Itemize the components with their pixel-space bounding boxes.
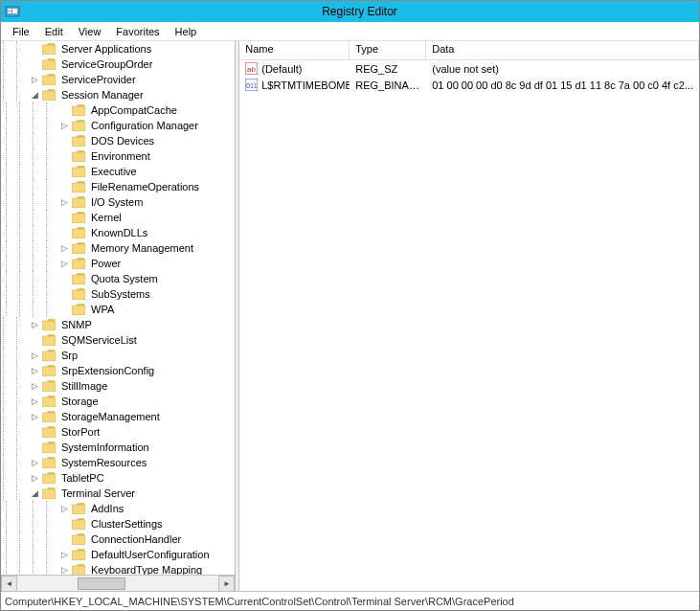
tree-item[interactable]: WPA — [1, 302, 235, 317]
folder-icon — [72, 181, 85, 192]
tree-item[interactable]: ◢Terminal Server — [1, 486, 235, 501]
svg-rect-22 — [42, 321, 56, 330]
expand-icon[interactable]: ▷ — [30, 381, 40, 392]
col-header-type[interactable]: Type — [350, 41, 426, 59]
tree-item[interactable]: ▷Power — [1, 256, 235, 271]
tree-label: AddIns — [89, 503, 125, 514]
tree-item[interactable]: ▷StorageManagement — [1, 409, 235, 424]
tree-label: FileRenameOperations — [89, 181, 201, 192]
svg-rect-13 — [72, 183, 85, 192]
tree-item[interactable]: ServiceGroupOrder — [1, 57, 235, 72]
folder-icon — [42, 441, 56, 453]
tree-item[interactable]: ▷SNMP — [1, 317, 235, 332]
tree-item[interactable]: Environment — [1, 148, 235, 164]
expand-icon[interactable]: ▷ — [59, 504, 70, 514]
expand-icon[interactable]: ▷ — [59, 121, 70, 131]
expand-icon[interactable]: ▷ — [59, 197, 70, 208]
col-header-data[interactable]: Data — [426, 41, 699, 59]
list-row[interactable]: ab(Default)REG_SZ(value not set) — [239, 60, 699, 77]
folder-icon — [72, 196, 85, 208]
folder-icon — [72, 288, 85, 300]
svg-rect-38 — [72, 566, 85, 575]
folder-icon — [42, 396, 56, 407]
scroll-right-arrow[interactable]: ► — [218, 576, 235, 591]
menu-help[interactable]: Help — [168, 24, 205, 39]
expand-icon[interactable]: ▷ — [30, 396, 40, 407]
tree-item[interactable]: Server Applications — [1, 41, 235, 57]
tree-scroll[interactable]: Server ApplicationsServiceGroupOrder▷Ser… — [1, 41, 235, 575]
expand-icon[interactable]: ▷ — [30, 75, 40, 85]
folder-icon — [42, 411, 56, 422]
folder-icon — [72, 273, 85, 284]
tree-item[interactable]: StorPort — [1, 424, 235, 440]
tree-item[interactable]: FileRenameOperations — [1, 179, 235, 194]
window-title: Registry Editor — [24, 5, 695, 18]
expand-icon[interactable]: ▷ — [59, 565, 70, 576]
tree-item[interactable]: ▷Storage — [1, 394, 235, 409]
tree-label: KnownDLLs — [89, 227, 149, 238]
tree-item[interactable]: ▷DefaultUserConfiguration — [1, 547, 235, 562]
svg-rect-24 — [42, 351, 56, 361]
menu-file[interactable]: File — [5, 24, 37, 39]
expand-icon[interactable]: ▷ — [30, 320, 40, 330]
expand-icon[interactable]: ▷ — [59, 550, 70, 560]
col-header-name[interactable]: Name — [239, 41, 350, 59]
tree-item[interactable]: SQMServiceList — [1, 332, 235, 348]
tree-label: Srp — [59, 350, 79, 361]
menu-favorites[interactable]: Favorites — [108, 24, 167, 39]
menu-edit[interactable]: Edit — [37, 24, 71, 39]
tree-item[interactable]: ▷Configuration Manager — [1, 118, 235, 133]
list-row[interactable]: 011L$RTMTIMEBOMB_132...REG_BINARY01 00 0… — [239, 77, 699, 93]
tree-item[interactable]: ▷SystemResources — [1, 455, 235, 470]
tree-item[interactable]: Executive — [1, 164, 235, 179]
svg-rect-29 — [42, 428, 56, 438]
folder-icon — [42, 58, 56, 70]
tree-item[interactable]: ClusterSettings — [1, 516, 235, 532]
tree-item[interactable]: DOS Devices — [1, 133, 235, 148]
folder-icon — [72, 150, 85, 162]
tree-label: I/O System — [89, 196, 145, 208]
list-body[interactable]: ab(Default)REG_SZ(value not set)011L$RTM… — [239, 60, 699, 591]
tree-item[interactable]: ▷Srp — [1, 348, 235, 363]
tree-item[interactable]: SystemInformation — [1, 440, 235, 455]
tree-item[interactable]: ▷StillImage — [1, 378, 235, 394]
collapse-icon[interactable]: ◢ — [30, 488, 40, 499]
tree-item[interactable]: ConnectionHandler — [1, 532, 235, 547]
regedit-icon — [5, 4, 20, 19]
tree-item[interactable]: AppCompatCache — [1, 102, 235, 118]
tree-item[interactable]: SubSystems — [1, 286, 235, 302]
expand-icon[interactable]: ▷ — [59, 259, 70, 269]
tree-item[interactable]: ▷ServiceProvider — [1, 72, 235, 87]
tree-item[interactable]: ▷TabletPC — [1, 470, 235, 486]
tree-item[interactable]: ▷KeyboardType Mapping — [1, 562, 235, 575]
expand-icon[interactable]: ▷ — [30, 412, 40, 422]
expand-icon[interactable]: ▷ — [30, 366, 40, 376]
scroll-thumb[interactable] — [78, 577, 125, 590]
tree-hscrollbar[interactable]: ◄ ► — [1, 575, 235, 591]
menu-view[interactable]: View — [71, 24, 109, 39]
tree-item[interactable]: KnownDLLs — [1, 225, 235, 240]
tree-item[interactable]: ▷SrpExtensionConfig — [1, 363, 235, 378]
tree-item[interactable]: Kernel — [1, 210, 235, 225]
svg-rect-3 — [12, 9, 17, 13]
svg-text:ab: ab — [247, 65, 256, 74]
svg-rect-9 — [72, 122, 85, 131]
tree-item[interactable]: Quota System — [1, 271, 235, 286]
svg-rect-23 — [42, 336, 56, 346]
folder-icon — [72, 564, 85, 575]
tree-item[interactable]: ◢Session Manager — [1, 87, 235, 102]
tree-item[interactable]: ▷AddIns — [1, 501, 235, 516]
expand-icon[interactable]: ▷ — [30, 351, 40, 361]
tree-label: Server Applications — [59, 43, 153, 55]
tree-item[interactable]: ▷I/O System — [1, 194, 235, 210]
value-type: REG_SZ — [350, 63, 426, 75]
tree-item[interactable]: ▷Memory Management — [1, 240, 235, 256]
expand-icon[interactable]: ▷ — [59, 243, 70, 254]
tree-label: SubSystems — [89, 288, 152, 300]
expand-icon[interactable]: ▷ — [30, 473, 40, 484]
folder-icon — [42, 365, 56, 376]
expand-icon[interactable]: ▷ — [30, 458, 40, 468]
scroll-left-arrow[interactable]: ◄ — [1, 576, 17, 591]
folder-icon — [42, 89, 56, 101]
collapse-icon[interactable]: ◢ — [30, 90, 40, 101]
